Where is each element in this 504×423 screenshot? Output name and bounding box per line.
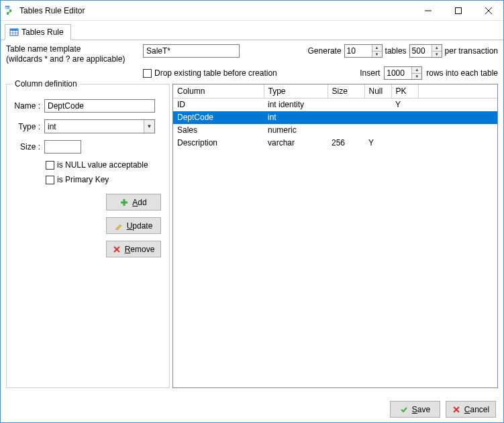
- window-title: Tables Rule Editor: [19, 6, 413, 15]
- template-label: Table name template (wildcards * and ? a…: [6, 44, 138, 64]
- titlebar: ABC Tables Rule Editor: [1, 1, 503, 21]
- tab-label: Tables Rule: [21, 27, 64, 37]
- pencil-icon: [115, 222, 123, 230]
- type-select[interactable]: int ▼: [44, 119, 155, 133]
- table-row[interactable]: Salesnumeric: [173, 124, 497, 137]
- check-icon: [400, 406, 408, 414]
- spin-down-icon[interactable]: ▼: [412, 74, 421, 80]
- rows-label: rows into each table: [426, 68, 498, 78]
- table-icon: [9, 27, 19, 37]
- null-checkbox[interactable]: is NULL value acceptable: [46, 160, 164, 170]
- table-row[interactable]: Descriptionvarchar256Y: [173, 137, 497, 149]
- plus-icon: [120, 198, 128, 206]
- insert-block: Insert ▲▼ rows into each table: [360, 66, 498, 80]
- tables-label: tables: [385, 46, 407, 56]
- per-transaction-input[interactable]: ▲▼: [409, 44, 442, 58]
- col-type[interactable]: Type: [264, 84, 327, 99]
- checkbox-icon: [143, 69, 152, 78]
- type-label: Type :: [12, 122, 44, 131]
- drop-existing-checkbox[interactable]: Drop existing table before creation: [143, 68, 277, 78]
- generate-block: Generate ▲▼ tables ▲▼ per transaction: [308, 44, 498, 58]
- svg-rect-2: [9, 9, 11, 12]
- maximize-button[interactable]: [443, 1, 473, 20]
- col-column[interactable]: Column: [173, 84, 264, 99]
- remove-button[interactable]: Remove: [106, 241, 161, 257]
- chevron-down-icon: ▼: [144, 120, 154, 133]
- spin-up-icon[interactable]: ▲: [432, 45, 442, 52]
- spin-down-icon[interactable]: ▼: [432, 52, 442, 58]
- app-icon: ABC: [5, 5, 15, 16]
- col-size[interactable]: Size: [327, 84, 364, 99]
- pk-checkbox[interactable]: is Primary Key: [46, 175, 164, 184]
- checkbox-icon: [46, 176, 54, 184]
- save-button[interactable]: Save: [390, 401, 440, 418]
- svg-text:ABC: ABC: [5, 6, 11, 9]
- x-icon: [113, 245, 121, 253]
- insert-count-input[interactable]: ▲▼: [384, 66, 422, 80]
- per-transaction-label: per transaction: [445, 46, 498, 56]
- cancel-button[interactable]: Cancel: [446, 401, 496, 418]
- spin-up-icon[interactable]: ▲: [412, 67, 421, 74]
- tab-bar: Tables Rule: [1, 21, 503, 40]
- dialog-buttons: Save Cancel: [390, 401, 496, 418]
- column-definition-group: Column definition Name : Type : int ▼ Si…: [6, 84, 170, 388]
- content: Table name template (wildcards * and ? a…: [1, 40, 503, 392]
- col-pk[interactable]: PK: [391, 84, 418, 99]
- generate-count-input[interactable]: ▲▼: [344, 44, 383, 58]
- close-button[interactable]: [473, 1, 503, 20]
- add-button[interactable]: Add: [106, 194, 161, 210]
- update-button[interactable]: Update: [106, 217, 161, 234]
- x-icon: [452, 406, 460, 414]
- size-label: Size :: [12, 142, 44, 152]
- spin-up-icon[interactable]: ▲: [372, 45, 382, 52]
- minimize-button[interactable]: [413, 1, 443, 20]
- window-controls: [413, 1, 503, 20]
- insert-label: Insert: [360, 68, 380, 78]
- columns-table[interactable]: Column Type Size Null PK IDint identityY…: [172, 84, 498, 388]
- generate-label: Generate: [308, 46, 342, 56]
- table-row[interactable]: DeptCodeint: [173, 111, 497, 124]
- tab-tables-rule[interactable]: Tables Rule: [5, 24, 71, 40]
- svg-rect-5: [455, 7, 461, 13]
- table-header-row: Column Type Size Null PK: [173, 84, 497, 99]
- table-row[interactable]: IDint identityY: [173, 99, 497, 111]
- column-definition-legend: Column definition: [12, 79, 80, 88]
- col-null[interactable]: Null: [364, 84, 391, 99]
- svg-rect-9: [10, 29, 18, 31]
- size-input[interactable]: [44, 140, 81, 154]
- template-input[interactable]: [143, 44, 240, 58]
- name-input[interactable]: [44, 99, 155, 113]
- name-label: Name :: [12, 101, 44, 111]
- checkbox-icon: [46, 161, 54, 170]
- spin-down-icon[interactable]: ▼: [372, 52, 382, 58]
